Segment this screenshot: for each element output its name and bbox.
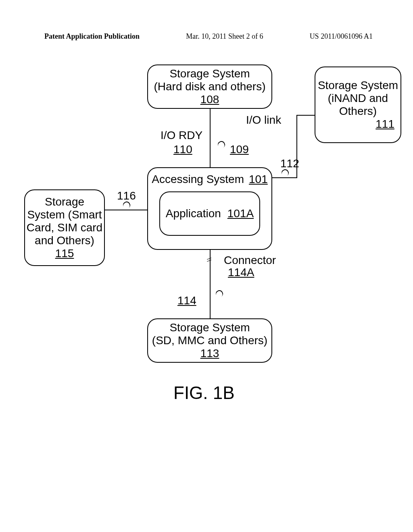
ref-101a: 101A	[227, 207, 254, 220]
hook-109	[217, 140, 227, 150]
hook-114	[215, 289, 225, 299]
ref-112: 112	[280, 157, 299, 170]
box-application: Application 101A	[159, 191, 260, 236]
storage-sc-line1: Storage	[45, 195, 84, 208]
ref-109: 109	[230, 143, 249, 156]
accessing-system-label: Accessing System	[152, 173, 244, 186]
storage-sd-line1: Storage System	[169, 321, 250, 334]
ref-114: 114	[177, 294, 196, 307]
box-storage-smartcard: Storage System (Smart Card, SIM card and…	[24, 189, 105, 266]
storage-hd-ref: 108	[200, 93, 219, 106]
label-io-link: I/O link	[246, 114, 281, 127]
header-right: US 2011/0061096 A1	[310, 32, 373, 41]
storage-sd-ref: 113	[200, 347, 219, 360]
application-row: Application 101A	[166, 207, 254, 220]
storage-inand-line2: (iNAND and	[328, 92, 388, 105]
storage-hd-line1: Storage System	[169, 67, 250, 80]
label-connector: Connector	[224, 254, 276, 267]
storage-inand-line1: Storage System	[318, 79, 398, 92]
header-left: Patent Application Publication	[44, 32, 140, 41]
line-right-horizontal	[272, 177, 296, 178]
storage-hd-line2: (Hard disk and others)	[154, 80, 265, 93]
box-storage-sd-mmc: Storage System (SD, MMC and Others) 113	[147, 318, 272, 363]
header-center: Mar. 10, 2011 Sheet 2 of 6	[186, 32, 263, 41]
page-header: Patent Application Publication Mar. 10, …	[0, 0, 413, 41]
storage-sc-line2: System (Smart	[27, 208, 102, 221]
ref-116: 116	[117, 189, 136, 202]
storage-sd-line2: (SD, MMC and Others)	[152, 334, 267, 347]
ref-110: 110	[173, 143, 192, 156]
box-storage-hard-disk: Storage System (Hard disk and others) 10…	[147, 64, 272, 109]
ref-114a: 114A	[228, 266, 254, 279]
line-top-to-accessing	[210, 109, 211, 167]
line-left-horizontal	[105, 210, 147, 210]
box-storage-inand: Storage System (iNAND and Others) 111	[315, 66, 401, 143]
storage-inand-ref: 111	[375, 118, 400, 131]
line-right-top-horizontal	[296, 115, 315, 116]
storage-sc-ref: 115	[55, 247, 74, 260]
label-io-rdy: I/O RDY	[161, 129, 202, 142]
connector-slash-icon: _ _	[206, 254, 210, 258]
storage-inand-line3: Others)	[339, 105, 377, 118]
storage-sc-line3: Card, SIM card	[27, 221, 102, 234]
storage-sc-line4: and Others)	[35, 234, 94, 247]
figure-label: FIG. 1B	[173, 383, 235, 403]
diagram: Storage System (Hard disk and others) 10…	[56, 56, 355, 443]
accessing-system-title-row: Accessing System 101	[148, 173, 271, 186]
application-label: Application	[166, 207, 221, 220]
ref-101: 101	[249, 173, 268, 186]
